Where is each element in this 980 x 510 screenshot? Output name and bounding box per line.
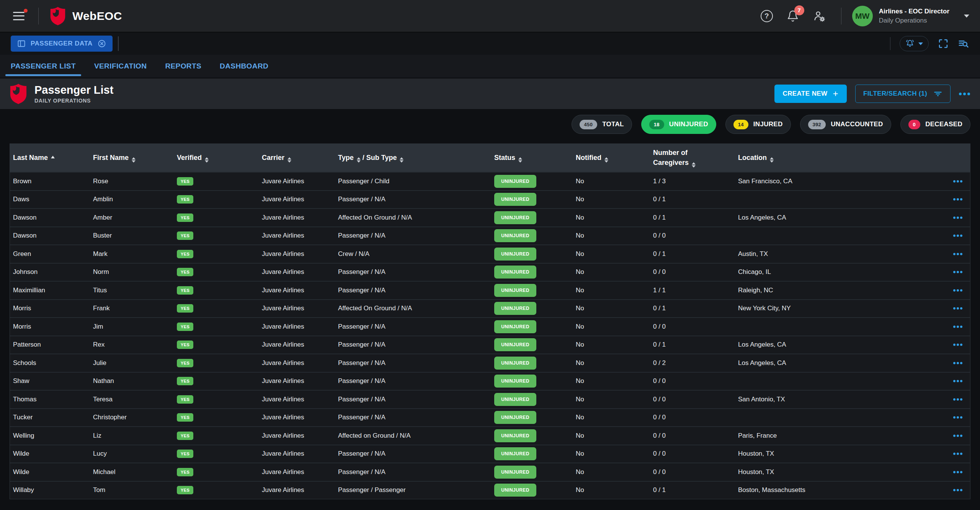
- table-row[interactable]: Tucker Christopher YES Juvare Airlines P…: [10, 408, 970, 427]
- tab-verification[interactable]: VERIFICATION: [85, 55, 156, 78]
- table-row[interactable]: Wilde Lucy YES Juvare Airlines Passenger…: [10, 445, 970, 463]
- table-row[interactable]: Maximillian Titus YES Juvare Airlines Pa…: [10, 281, 970, 299]
- verified-badge: YES: [177, 323, 193, 331]
- status-filter-label: TOTAL: [602, 121, 624, 128]
- column-last-name[interactable]: Last Name: [10, 153, 90, 163]
- status-filter-total[interactable]: 450 TOTAL: [572, 115, 632, 134]
- table-row[interactable]: Morris Frank YES Juvare Airlines Affecte…: [10, 299, 970, 318]
- column-label: Carrier: [262, 154, 284, 161]
- column-notified[interactable]: Notified: [573, 153, 650, 163]
- cell-last-name: Patterson: [10, 341, 90, 349]
- status-filter-row: 450 TOTAL 18 UNINJURED 14 INJURED 392 UN…: [10, 109, 970, 134]
- row-actions-icon[interactable]: [953, 398, 962, 401]
- status-filter-deceased[interactable]: 0 DECEASED: [900, 115, 970, 134]
- cell-notified: No: [573, 178, 650, 185]
- fullscreen-button[interactable]: [938, 38, 949, 49]
- table-row[interactable]: Schools Julie YES Juvare Airlines Passen…: [10, 354, 970, 372]
- column-status[interactable]: Status: [491, 153, 573, 163]
- table-row[interactable]: Welling Liz YES Juvare Airlines Affected…: [10, 426, 970, 445]
- table-row[interactable]: Daws Amblin YES Juvare Airlines Passenge…: [10, 190, 970, 209]
- filter-search-button[interactable]: FILTER/SEARCH (1): [855, 85, 951, 103]
- column-caregivers[interactable]: Number of Caregivers: [650, 148, 707, 167]
- row-actions-icon[interactable]: [953, 307, 962, 310]
- nav-tabs: PASSENGER LIST VERIFICATION REPORTS DASH…: [0, 55, 980, 78]
- status-filter-uninjured[interactable]: 18 UNINJURED: [641, 115, 716, 134]
- tab-dashboard[interactable]: DASHBOARD: [211, 55, 278, 78]
- cell-carrier: Juvare Airlines: [259, 486, 335, 494]
- cell-actions: [941, 453, 970, 455]
- row-actions-icon[interactable]: [953, 271, 962, 273]
- cell-notified: No: [573, 486, 650, 494]
- table-row[interactable]: Brown Rose YES Juvare Airlines Passenger…: [10, 172, 970, 190]
- cell-actions: [941, 217, 970, 219]
- table-row[interactable]: Wilde Michael YES Juvare Airlines Passen…: [10, 463, 970, 481]
- status-filter-unaccounted[interactable]: 392 UNACCOUNTED: [800, 115, 891, 134]
- table-row[interactable]: Thomas Teresa YES Juvare Airlines Passen…: [10, 390, 970, 408]
- column-first-name[interactable]: First Name: [90, 153, 174, 163]
- row-actions-icon[interactable]: [953, 253, 962, 255]
- user-menu[interactable]: MW Airlines - EOC Director Daily Operati…: [852, 6, 969, 26]
- cell-verified: YES: [174, 413, 259, 422]
- table-row[interactable]: Dawson Amber YES Juvare Airlines Affecte…: [10, 208, 970, 226]
- list-search-button[interactable]: [958, 38, 969, 49]
- row-actions-icon[interactable]: [953, 362, 962, 364]
- close-circle-icon[interactable]: [97, 39, 106, 48]
- column-location[interactable]: Location: [735, 153, 941, 163]
- more-options-icon[interactable]: [959, 93, 970, 95]
- alerts-dropdown-button[interactable]: [900, 36, 929, 51]
- cell-type-subtype: Crew / N/A: [335, 250, 491, 258]
- table-row[interactable]: Morris Jim YES Juvare Airlines Passenger…: [10, 317, 970, 336]
- row-actions-icon[interactable]: [953, 380, 962, 382]
- row-actions-icon[interactable]: [953, 453, 962, 455]
- row-actions-icon[interactable]: [953, 435, 962, 437]
- cell-type-subtype: Passenger / N/A: [335, 196, 491, 203]
- row-actions-icon[interactable]: [953, 326, 962, 328]
- cell-last-name: Willaby: [10, 486, 90, 494]
- cell-notified: No: [573, 268, 650, 276]
- list-search-icon: [958, 38, 969, 49]
- table-row[interactable]: Patterson Rex YES Juvare Airlines Passen…: [10, 336, 970, 354]
- create-new-label: CREATE NEW: [783, 90, 828, 98]
- row-actions-icon[interactable]: [953, 344, 962, 346]
- row-actions-icon[interactable]: [953, 180, 962, 182]
- cell-last-name: Shaw: [10, 377, 90, 385]
- user-settings-button[interactable]: [813, 10, 826, 23]
- help-button[interactable]: ?: [761, 10, 773, 22]
- cell-status: UNINJURED: [491, 484, 573, 497]
- workspace-tab-passenger-data[interactable]: PASSENGER DATA: [11, 36, 113, 52]
- table-row[interactable]: Green Mark YES Juvare Airlines Crew / N/…: [10, 244, 970, 263]
- create-new-button[interactable]: CREATE NEW +: [774, 85, 847, 103]
- row-actions-icon[interactable]: [953, 217, 962, 219]
- row-actions-icon[interactable]: [953, 471, 962, 473]
- count-badge: 450: [580, 120, 598, 129]
- tab-reports[interactable]: REPORTS: [156, 55, 211, 78]
- verified-badge: YES: [177, 359, 193, 367]
- table-row[interactable]: Johnson Norm YES Juvare Airlines Passeng…: [10, 263, 970, 281]
- tab-passenger-list[interactable]: PASSENGER LIST: [2, 55, 85, 78]
- table-row[interactable]: Shaw Nathan YES Juvare Airlines Passenge…: [10, 372, 970, 390]
- column-type-subtype[interactable]: Type / Sub Type: [335, 153, 491, 163]
- notifications-button[interactable]: 7: [787, 10, 799, 22]
- row-actions-icon[interactable]: [953, 416, 962, 419]
- row-actions-icon[interactable]: [953, 235, 962, 237]
- table-row[interactable]: Willaby Tom YES Juvare Airlines Passenge…: [10, 481, 970, 499]
- help-icon: ?: [761, 10, 773, 22]
- status-badge: UNINJURED: [494, 320, 536, 333]
- menu-icon[interactable]: [13, 12, 24, 20]
- cell-carrier: Juvare Airlines: [259, 250, 335, 258]
- cell-caregivers: 1 / 1: [650, 287, 735, 294]
- column-carrier[interactable]: Carrier: [259, 153, 335, 163]
- column-verified[interactable]: Verified: [174, 153, 259, 163]
- cell-status: UNINJURED: [491, 211, 573, 224]
- row-actions-icon[interactable]: [953, 198, 962, 200]
- status-filter-injured[interactable]: 14 INJURED: [725, 115, 791, 134]
- app-title: WebEOC: [72, 10, 122, 23]
- row-actions-icon[interactable]: [953, 289, 962, 292]
- row-actions-icon[interactable]: [953, 489, 962, 491]
- cell-carrier: Juvare Airlines: [259, 377, 335, 385]
- cell-carrier: Juvare Airlines: [259, 178, 335, 185]
- table-row[interactable]: Dawson Buster YES Juvare Airlines Passen…: [10, 226, 970, 245]
- cell-type-subtype: Passenger / N/A: [335, 359, 491, 367]
- cell-verified: YES: [174, 432, 259, 440]
- verified-badge: YES: [177, 250, 193, 258]
